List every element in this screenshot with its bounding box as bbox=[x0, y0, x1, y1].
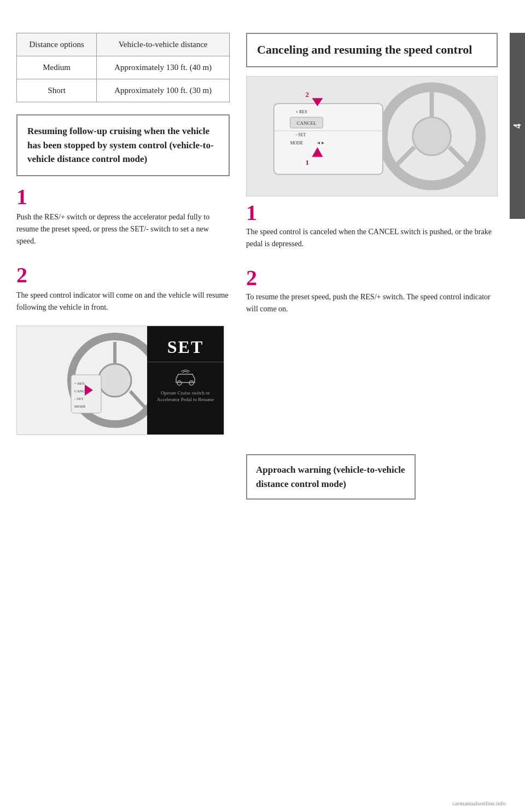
dashboard-svg: CANCEL + RES - SET MODE ◂ ▸ 2 1 bbox=[247, 76, 497, 196]
svg-rect-19 bbox=[274, 103, 383, 174]
chapter-accent-bar: 4 bbox=[510, 33, 525, 219]
svg-text:+ RES: + RES bbox=[296, 109, 307, 114]
table-cell-option: Medium bbox=[17, 56, 97, 79]
svg-text:1: 1 bbox=[306, 158, 309, 166]
svg-text:- SET: - SET bbox=[74, 397, 84, 401]
car-icon bbox=[172, 369, 199, 388]
set-divider bbox=[147, 362, 224, 362]
table-header-distance: Vehicle-to-vehicle distance bbox=[97, 33, 230, 56]
table-header-option: Distance options bbox=[17, 33, 97, 56]
svg-text:MODE: MODE bbox=[74, 404, 86, 409]
left-column: Distance options Vehicle-to-vehicle dist… bbox=[16, 33, 230, 435]
svg-point-12 bbox=[189, 381, 194, 385]
right-step2-area: 2 To resume the preset speed, push the R… bbox=[246, 267, 498, 316]
cancel-heading-title: Canceling and resuming the speed control bbox=[257, 42, 487, 59]
chapter-number: 4 bbox=[512, 124, 523, 129]
set-icon-area: Operate Cruise switch or Accelerator Ped… bbox=[147, 369, 224, 403]
left-step2-area: 2 The speed control indicator will come … bbox=[16, 264, 230, 314]
right-step2-body: To resume the preset speed, push the RES… bbox=[246, 291, 498, 316]
right-step1-body: The speed control is canceled when the C… bbox=[246, 226, 498, 251]
table-cell-distance: Approximately 100 ft. (30 m) bbox=[97, 79, 230, 102]
svg-point-15 bbox=[413, 117, 451, 155]
table-cell-option: Short bbox=[17, 79, 97, 102]
svg-text:+ RES: + RES bbox=[74, 381, 85, 386]
table-row: Medium Approximately 130 ft. (40 m) bbox=[17, 56, 230, 79]
resuming-follow-up-box: Resuming follow-up cruising when the veh… bbox=[16, 114, 230, 176]
left-step2-body: The speed control indicator will come on… bbox=[16, 289, 230, 314]
table-cell-distance: Approximately 130 ft. (40 m) bbox=[97, 56, 230, 79]
left-step1-label: 1 bbox=[16, 186, 230, 208]
left-step1-body: Push the RES/+ switch or depress the acc… bbox=[16, 211, 230, 248]
approach-warning-text: Approach warning (vehicle-to-vehicle dis… bbox=[256, 463, 406, 491]
left-step2-label: 2 bbox=[16, 264, 230, 286]
svg-text:◂  ▸: ◂ ▸ bbox=[317, 140, 324, 146]
svg-text:- SET: - SET bbox=[296, 132, 306, 137]
set-label: SET bbox=[167, 337, 203, 357]
svg-point-11 bbox=[177, 381, 182, 385]
right-step1-label: 1 bbox=[246, 202, 498, 224]
left-step1-area: 1 Push the RES/+ switch or depress the a… bbox=[16, 186, 230, 248]
cancel-heading-box: Canceling and resuming the speed control bbox=[246, 33, 498, 67]
svg-text:MODE: MODE bbox=[290, 141, 304, 146]
footer-watermark: carmanualsonline.info bbox=[452, 800, 506, 807]
page: 4 Distance options Vehicle-to-vehicle di… bbox=[0, 0, 525, 812]
table-row: Short Approximately 100 ft. (30 m) bbox=[17, 79, 230, 102]
right-step2-label: 2 bbox=[246, 267, 498, 289]
set-sub-text: Operate Cruise switch or Accelerator Ped… bbox=[147, 390, 224, 403]
svg-point-1 bbox=[98, 364, 131, 397]
approach-warning-box: Approach warning (vehicle-to-vehicle dis… bbox=[246, 454, 416, 500]
svg-line-4 bbox=[130, 391, 148, 410]
svg-text:CANCEL: CANCEL bbox=[297, 120, 317, 126]
distance-table: Distance options Vehicle-to-vehicle dist… bbox=[16, 33, 230, 102]
steering-wheel-image: + RES CANCEL - SET MODE SET bbox=[16, 326, 224, 435]
right-column: Canceling and resuming the speed control… bbox=[246, 33, 498, 315]
svg-text:2: 2 bbox=[306, 90, 309, 98]
right-step1-area: 1 The speed control is canceled when the… bbox=[246, 202, 498, 251]
resuming-text: Resuming follow-up cruising when the veh… bbox=[27, 124, 219, 166]
set-display-panel: SET Operate Cruise switch or Accelerator… bbox=[147, 326, 224, 434]
dashboard-image: CANCEL + RES - SET MODE ◂ ▸ 2 1 bbox=[246, 76, 498, 196]
